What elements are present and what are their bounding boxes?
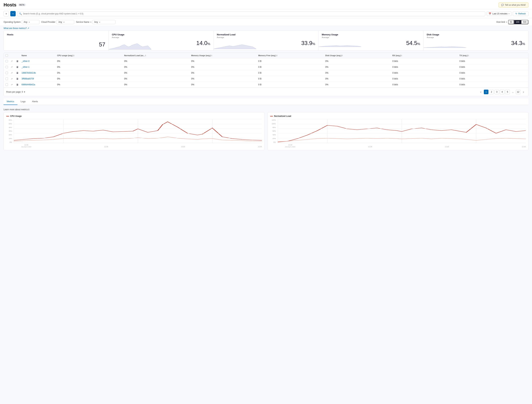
cloud-filter-select[interactable]: Any ▾ [56,20,74,24]
td-disk: 0% [325,72,393,74]
row-expand-icon[interactable]: ↗ [11,60,16,63]
external-link-icon: ↗ [27,27,29,30]
table-footer: Rows per page: 5 ▾ ‹ 1 2 3 4 5 ... 12 › [4,88,528,96]
td-rx: 0 bit/s [393,72,459,74]
row-host-icon: 🖥 [16,66,21,69]
host-limit-info-icon[interactable]: ℹ [506,21,507,23]
td-mem-usage: 0% [191,72,258,74]
td-disk: 0% [325,66,393,68]
td-mem-free: 0 B [258,72,325,74]
page-12-button[interactable]: 12 [516,90,520,94]
feedback-label: Tell us what you think! [505,4,526,6]
rows-per-page-selector[interactable]: Rows per page: 5 ▾ [6,91,25,93]
cpu-x-labels: 12:30January 5, 2024 12:35 12:40 12:45 [14,143,262,148]
cpu-card-subtitle: Average [112,36,210,38]
row-checkbox[interactable] [6,83,11,86]
cloud-filter-value: Any [58,21,62,23]
row-checkbox[interactable] [6,60,11,63]
page-3-button[interactable]: 3 [494,90,499,94]
host-limit-500[interactable]: 500 [521,20,528,24]
memory-card-value: 54.5% [322,40,420,46]
td-cpu: 0% [57,83,124,86]
service-filter-select[interactable]: Any ▾ [92,20,115,24]
td-disk: 0% [325,60,393,63]
page-2-button[interactable]: 2 [489,90,494,94]
tab-logs[interactable]: Logs [17,98,29,105]
cpu-card-value: 14.0% [112,40,210,46]
row-checkbox[interactable] [6,72,11,74]
load-card-title: Normalized Load [217,33,315,36]
host-limit-label: Host limit [496,21,505,23]
disk-card-value: 34.3% [427,40,525,46]
host-limit: Host limit ℹ 50 100 500 [496,20,528,24]
host-link[interactable]: _other-0 [21,60,57,63]
page-5-button[interactable]: 5 [505,90,510,94]
cloud-chevron-icon: ▾ [63,21,64,23]
table-row: ↗ 🖥 19887b56414b 0% 0% 0% 0 B 0% 0 bit/s… [4,70,528,76]
metrics-link-bar: What are these metrics? ↗ [0,26,532,31]
next-page-button[interactable]: › [521,90,526,94]
td-mem-free: 0 B [258,66,325,68]
row-expand-icon[interactable]: ↗ [11,77,16,80]
tab-bar: Metrics Logs Alerts [4,98,528,105]
load-grid-lines [278,119,526,143]
td-mem-free: 0 B [258,60,325,63]
search-input[interactable] [23,13,483,15]
row-checkbox[interactable] [6,66,11,68]
td-load: 0% [124,77,191,80]
select-all-checkbox[interactable] [6,54,11,57]
td-cpu: 0% [57,66,124,68]
header-left: Hosts BETA [4,2,26,8]
host-limit-50[interactable]: 50 [508,20,514,24]
td-cpu: 0% [57,60,124,63]
td-tx: 0 bit/s [459,60,526,63]
tab-alerts[interactable]: Alerts [29,98,41,105]
td-mem-free: 0 B [258,77,325,80]
th-name: Name [21,54,57,57]
row-checkbox[interactable] [6,77,11,80]
load-chart: Normalized Load 120% 100% 80% 60% 40% 20… [267,112,528,150]
chevron-down-icon: ▾ [508,13,509,15]
host-limit-100[interactable]: 100 [514,20,521,24]
hosts-card: Hosts 57 [4,31,109,50]
rows-per-page-label: Rows per page: 5 [6,91,23,93]
host-link[interactable]: _other-1 [21,66,57,68]
td-mem-usage: 0% [191,83,258,86]
hosts-card-title: Hosts [7,33,105,36]
time-picker[interactable]: 📅 Last 15 minutes ▾ [487,11,511,16]
filter-icon: ≡ [6,12,7,15]
add-button[interactable]: + [10,11,16,16]
service-info-icon[interactable]: ℹ [90,21,91,23]
disk-card-subtitle: Average [427,36,525,38]
host-link[interactable]: 3ff988a6070f [21,77,57,80]
row-expand-icon[interactable]: ↗ [11,72,16,74]
page-1-button[interactable]: 1 [484,90,488,94]
table-row: ↗ 🖥 3ff988a6070f 0% 0% 0% 0 B 0% 0 bit/s… [4,76,528,82]
feedback-button[interactable]: 💬 Tell us what you think! [499,2,528,7]
search-icon: 🔍 [19,13,22,15]
service-filter-label: Service Name [76,21,89,23]
row-expand-icon[interactable]: ↗ [11,66,16,68]
row-host-icon: 🖥 [16,60,21,63]
prev-page-button[interactable]: ‹ [478,90,483,94]
load-card-subtitle: Average [217,36,315,38]
os-chevron-icon: ▾ [29,21,30,23]
row-expand-icon[interactable]: ↗ [11,83,16,86]
host-limit-options: 50 100 500 [508,20,528,24]
cloud-filter-label: Cloud Provider [41,21,55,23]
filter-toggle-button[interactable]: ≡ [4,11,9,16]
td-tx: 0 bit/s [459,66,526,68]
host-link[interactable]: 698fd446b62a [21,83,57,86]
refresh-label: Refresh [518,13,526,15]
memory-card-subtitle: Average [322,36,420,38]
tab-metrics[interactable]: Metrics [4,98,17,105]
host-link[interactable]: 19887b56414b [21,72,57,74]
page-ellipsis: ... [511,90,515,94]
metrics-link[interactable]: What are these metrics? ↗ [4,27,528,30]
refresh-button[interactable]: ↻ Refresh [513,11,528,16]
page-4-button[interactable]: 4 [500,90,504,94]
metrics-link-label: What are these metrics? [4,27,27,30]
cloud-filter: Cloud Provider Any ▾ [41,20,74,24]
td-load: 0% [124,66,191,68]
os-filter-select[interactable]: Any ▾ [22,20,39,24]
